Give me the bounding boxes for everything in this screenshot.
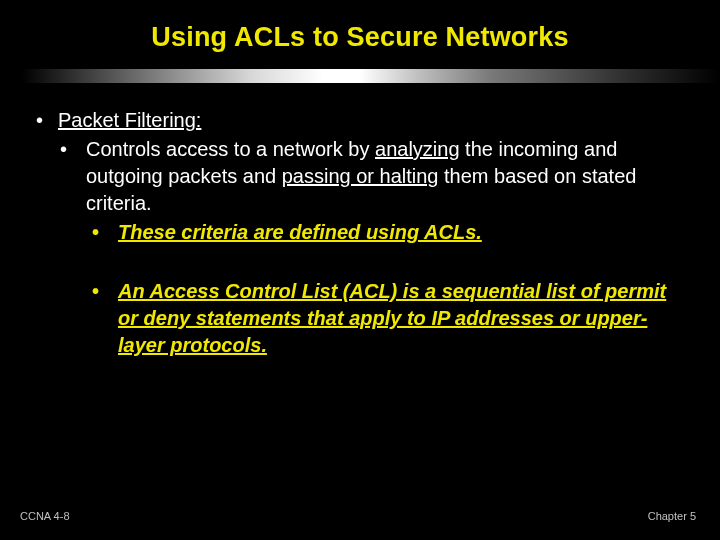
bullet3a-text: These criteria are defined using ACLs. bbox=[118, 221, 482, 243]
bullet-level3-b: An Access Control List (ACL) is a sequen… bbox=[92, 278, 684, 359]
bullet-level2: Controls access to a network by analyzin… bbox=[60, 136, 684, 217]
title-divider bbox=[0, 69, 720, 83]
footer-left: CCNA 4-8 bbox=[20, 510, 70, 522]
slide-content: Packet Filtering: Controls access to a n… bbox=[0, 83, 720, 359]
bullet2-underline2: passing or halting bbox=[282, 165, 439, 187]
bullet2-seg1: Controls access to a network by bbox=[86, 138, 375, 160]
bullet1-text: Packet Filtering: bbox=[58, 109, 201, 131]
bullet3b-text: An Access Control List (ACL) is a sequen… bbox=[118, 280, 666, 356]
slide-title: Using ACLs to Secure Networks bbox=[0, 0, 720, 53]
bullet-level3-a: These criteria are defined using ACLs. bbox=[92, 219, 684, 246]
bullet2-underline1: analyzing bbox=[375, 138, 460, 160]
bullet-level1: Packet Filtering: bbox=[36, 107, 684, 134]
footer-right: Chapter 5 bbox=[648, 510, 696, 522]
